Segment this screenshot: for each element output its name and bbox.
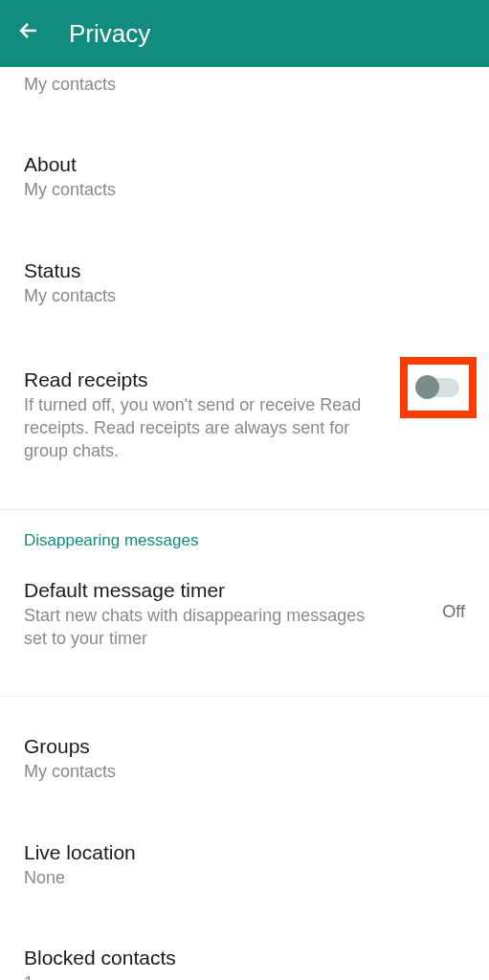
setting-subtitle: My contacts bbox=[24, 178, 465, 201]
toggle-knob-icon bbox=[415, 375, 439, 399]
setting-title: Blocked contacts bbox=[24, 947, 465, 969]
setting-title: Groups bbox=[24, 735, 465, 758]
setting-title: Default message timer bbox=[24, 579, 375, 602]
setting-subtitle: My contacts bbox=[24, 284, 465, 307]
app-header: Privacy bbox=[0, 0, 489, 67]
setting-item-status[interactable]: Status My contacts bbox=[0, 246, 489, 324]
setting-item-groups[interactable]: Groups My contacts bbox=[0, 722, 489, 800]
setting-description: If turned off, you won't send or receive… bbox=[24, 393, 398, 463]
setting-subtitle: My contacts bbox=[24, 73, 465, 96]
divider bbox=[0, 509, 489, 510]
setting-title: Status bbox=[24, 259, 465, 282]
setting-item-default-timer[interactable]: Default message timer Start new chats wi… bbox=[0, 566, 489, 668]
setting-item-live-location[interactable]: Live location None bbox=[0, 828, 489, 906]
setting-item-blocked[interactable]: Blocked contacts 1 bbox=[0, 933, 489, 980]
page-title: Privacy bbox=[69, 19, 150, 49]
setting-value: Off bbox=[442, 602, 465, 622]
read-receipts-toggle[interactable] bbox=[417, 378, 459, 397]
setting-title: Live location bbox=[24, 841, 465, 864]
settings-list: My contacts About My contacts Status My … bbox=[0, 67, 489, 980]
setting-subtitle: None bbox=[24, 866, 465, 889]
setting-subtitle: 1 bbox=[24, 971, 465, 980]
setting-description: Start new chats with disappearing messag… bbox=[24, 604, 375, 651]
setting-title: About bbox=[24, 153, 465, 176]
section-header-disappearing: Disappearing messages bbox=[0, 531, 489, 566]
back-arrow-icon[interactable] bbox=[17, 19, 40, 49]
setting-title: Read receipts bbox=[24, 368, 398, 391]
setting-item-partial[interactable]: My contacts bbox=[0, 67, 489, 113]
setting-subtitle: My contacts bbox=[24, 760, 465, 783]
divider bbox=[0, 696, 489, 697]
setting-item-about[interactable]: About My contacts bbox=[0, 140, 489, 218]
setting-item-read-receipts[interactable]: Read receipts If turned off, you won't s… bbox=[0, 355, 489, 480]
highlight-box bbox=[400, 357, 477, 418]
